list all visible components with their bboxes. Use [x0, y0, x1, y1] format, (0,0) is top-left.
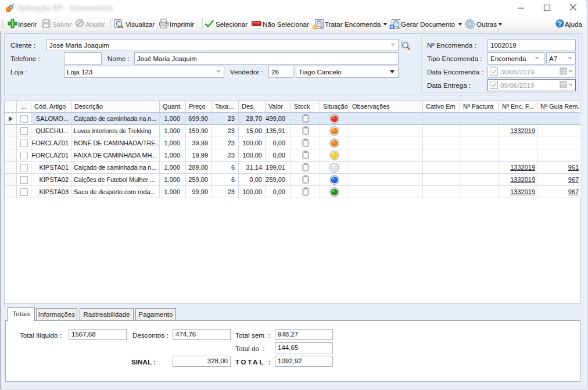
svg-text:?: ?: [558, 20, 562, 27]
